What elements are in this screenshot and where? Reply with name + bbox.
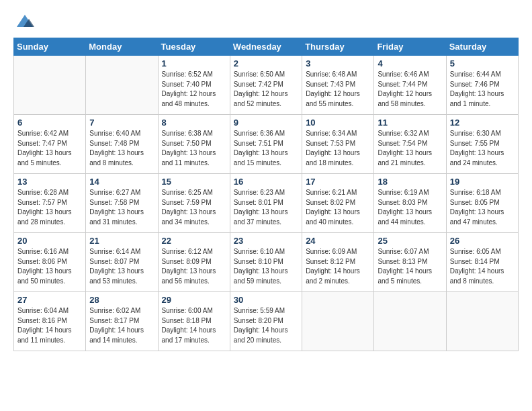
calendar-cell: 6Sunrise: 6:42 AM Sunset: 7:47 PM Daylig… [14, 115, 86, 174]
calendar-cell [86, 56, 158, 115]
calendar-cell: 17Sunrise: 6:21 AM Sunset: 8:02 PM Dayli… [302, 174, 374, 233]
day-detail: Sunrise: 6:12 AM Sunset: 8:09 PM Dayligh… [162, 247, 226, 286]
calendar-week-row: 6Sunrise: 6:42 AM Sunset: 7:47 PM Daylig… [14, 115, 519, 174]
day-number: 6 [17, 118, 82, 128]
calendar-table: SundayMondayTuesdayWednesdayThursdayFrid… [13, 38, 519, 351]
calendar-cell: 22Sunrise: 6:12 AM Sunset: 8:09 PM Dayli… [158, 233, 230, 292]
page-header [13, 12, 519, 31]
calendar-cell [302, 292, 374, 351]
day-detail: Sunrise: 6:30 AM Sunset: 7:55 PM Dayligh… [450, 129, 515, 168]
day-number: 24 [306, 236, 370, 246]
calendar-cell [14, 56, 86, 115]
calendar-cell [374, 292, 446, 351]
calendar-cell: 8Sunrise: 6:38 AM Sunset: 7:50 PM Daylig… [158, 115, 230, 174]
day-number: 8 [162, 118, 226, 128]
calendar-cell: 3Sunrise: 6:48 AM Sunset: 7:43 PM Daylig… [302, 56, 374, 115]
day-number: 23 [234, 236, 298, 246]
day-number: 1 [162, 58, 226, 68]
calendar-cell: 24Sunrise: 6:09 AM Sunset: 8:12 PM Dayli… [302, 233, 374, 292]
calendar-cell: 13Sunrise: 6:28 AM Sunset: 7:57 PM Dayli… [14, 174, 86, 233]
calendar-week-row: 1Sunrise: 6:52 AM Sunset: 7:40 PM Daylig… [14, 56, 519, 115]
calendar-cell [446, 292, 518, 351]
day-number: 19 [450, 177, 515, 187]
day-number: 17 [306, 177, 370, 187]
day-detail: Sunrise: 6:52 AM Sunset: 7:40 PM Dayligh… [162, 70, 226, 109]
day-number: 16 [234, 177, 298, 187]
calendar-cell: 18Sunrise: 6:19 AM Sunset: 8:03 PM Dayli… [374, 174, 446, 233]
day-number: 30 [234, 295, 298, 305]
calendar-cell: 27Sunrise: 6:04 AM Sunset: 8:16 PM Dayli… [14, 292, 86, 351]
calendar-cell: 30Sunrise: 5:59 AM Sunset: 8:20 PM Dayli… [230, 292, 302, 351]
weekday-header-row: SundayMondayTuesdayWednesdayThursdayFrid… [14, 38, 519, 56]
weekday-header-tuesday: Tuesday [158, 38, 230, 56]
day-detail: Sunrise: 6:46 AM Sunset: 7:44 PM Dayligh… [378, 70, 442, 109]
day-detail: Sunrise: 6:09 AM Sunset: 8:12 PM Dayligh… [306, 247, 370, 286]
day-detail: Sunrise: 6:04 AM Sunset: 8:16 PM Dayligh… [17, 306, 82, 345]
calendar-cell: 11Sunrise: 6:32 AM Sunset: 7:54 PM Dayli… [374, 115, 446, 174]
day-detail: Sunrise: 6:25 AM Sunset: 7:59 PM Dayligh… [162, 188, 226, 227]
day-number: 18 [378, 177, 442, 187]
day-number: 22 [162, 236, 226, 246]
day-detail: Sunrise: 6:05 AM Sunset: 8:14 PM Dayligh… [450, 247, 515, 286]
day-detail: Sunrise: 6:21 AM Sunset: 8:02 PM Dayligh… [306, 188, 370, 227]
day-number: 14 [89, 177, 154, 187]
weekday-header-saturday: Saturday [446, 38, 518, 56]
calendar-cell: 19Sunrise: 6:18 AM Sunset: 8:05 PM Dayli… [446, 174, 518, 233]
day-detail: Sunrise: 6:27 AM Sunset: 7:58 PM Dayligh… [89, 188, 154, 227]
weekday-header-monday: Monday [86, 38, 158, 56]
calendar-week-row: 20Sunrise: 6:16 AM Sunset: 8:06 PM Dayli… [14, 233, 519, 292]
calendar-cell: 20Sunrise: 6:16 AM Sunset: 8:06 PM Dayli… [14, 233, 86, 292]
calendar-cell: 9Sunrise: 6:36 AM Sunset: 7:51 PM Daylig… [230, 115, 302, 174]
weekday-header-friday: Friday [374, 38, 446, 56]
day-number: 20 [17, 236, 82, 246]
calendar-cell: 26Sunrise: 6:05 AM Sunset: 8:14 PM Dayli… [446, 233, 518, 292]
day-detail: Sunrise: 6:44 AM Sunset: 7:46 PM Dayligh… [450, 70, 515, 109]
day-number: 25 [378, 236, 442, 246]
day-number: 29 [162, 295, 226, 305]
day-number: 13 [17, 177, 82, 187]
day-number: 7 [89, 118, 154, 128]
weekday-header-wednesday: Wednesday [230, 38, 302, 56]
weekday-header-thursday: Thursday [302, 38, 374, 56]
day-number: 28 [89, 295, 154, 305]
day-detail: Sunrise: 6:00 AM Sunset: 8:18 PM Dayligh… [162, 306, 226, 345]
day-number: 4 [378, 58, 442, 68]
weekday-header-sunday: Sunday [14, 38, 86, 56]
calendar-cell: 16Sunrise: 6:23 AM Sunset: 8:01 PM Dayli… [230, 174, 302, 233]
day-detail: Sunrise: 6:38 AM Sunset: 7:50 PM Dayligh… [162, 129, 226, 168]
day-detail: Sunrise: 6:14 AM Sunset: 8:07 PM Dayligh… [89, 247, 154, 286]
calendar-cell: 15Sunrise: 6:25 AM Sunset: 7:59 PM Dayli… [158, 174, 230, 233]
day-detail: Sunrise: 6:19 AM Sunset: 8:03 PM Dayligh… [378, 188, 442, 227]
calendar-week-row: 13Sunrise: 6:28 AM Sunset: 7:57 PM Dayli… [14, 174, 519, 233]
day-detail: Sunrise: 6:50 AM Sunset: 7:42 PM Dayligh… [234, 70, 298, 109]
logo [13, 12, 34, 31]
day-detail: Sunrise: 6:42 AM Sunset: 7:47 PM Dayligh… [17, 129, 82, 168]
day-number: 3 [306, 58, 370, 68]
calendar-cell: 14Sunrise: 6:27 AM Sunset: 7:58 PM Dayli… [86, 174, 158, 233]
calendar-cell: 7Sunrise: 6:40 AM Sunset: 7:48 PM Daylig… [86, 115, 158, 174]
day-detail: Sunrise: 6:40 AM Sunset: 7:48 PM Dayligh… [89, 129, 154, 168]
day-number: 11 [378, 118, 442, 128]
day-number: 26 [450, 236, 515, 246]
calendar-cell: 28Sunrise: 6:02 AM Sunset: 8:17 PM Dayli… [86, 292, 158, 351]
day-detail: Sunrise: 6:16 AM Sunset: 8:06 PM Dayligh… [17, 247, 82, 286]
day-detail: Sunrise: 6:34 AM Sunset: 7:53 PM Dayligh… [306, 129, 370, 168]
calendar-cell: 2Sunrise: 6:50 AM Sunset: 7:42 PM Daylig… [230, 56, 302, 115]
day-detail: Sunrise: 6:28 AM Sunset: 7:57 PM Dayligh… [17, 188, 82, 227]
day-detail: Sunrise: 6:10 AM Sunset: 8:10 PM Dayligh… [234, 247, 298, 286]
day-detail: Sunrise: 6:48 AM Sunset: 7:43 PM Dayligh… [306, 70, 370, 109]
day-number: 2 [234, 58, 298, 68]
day-detail: Sunrise: 6:07 AM Sunset: 8:13 PM Dayligh… [378, 247, 442, 286]
day-number: 9 [234, 118, 298, 128]
day-detail: Sunrise: 6:36 AM Sunset: 7:51 PM Dayligh… [234, 129, 298, 168]
calendar-cell: 21Sunrise: 6:14 AM Sunset: 8:07 PM Dayli… [86, 233, 158, 292]
calendar-cell: 23Sunrise: 6:10 AM Sunset: 8:10 PM Dayli… [230, 233, 302, 292]
calendar-cell: 4Sunrise: 6:46 AM Sunset: 7:44 PM Daylig… [374, 56, 446, 115]
calendar-cell: 29Sunrise: 6:00 AM Sunset: 8:18 PM Dayli… [158, 292, 230, 351]
logo-icon [15, 12, 34, 31]
calendar-cell: 10Sunrise: 6:34 AM Sunset: 7:53 PM Dayli… [302, 115, 374, 174]
day-number: 15 [162, 177, 226, 187]
day-number: 21 [89, 236, 154, 246]
day-number: 12 [450, 118, 515, 128]
calendar-cell: 5Sunrise: 6:44 AM Sunset: 7:46 PM Daylig… [446, 56, 518, 115]
